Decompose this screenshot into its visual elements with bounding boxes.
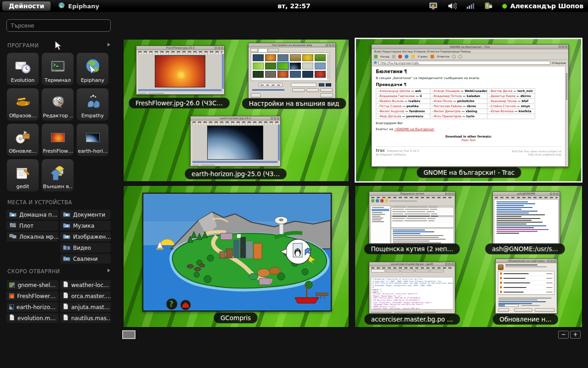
forward-icon[interactable] — [392, 55, 396, 58]
search-input[interactable] — [6, 19, 111, 32]
reload-icon[interactable] — [405, 55, 408, 58]
recent-item-nautilus-po[interactable]: nautilus.mas… — [60, 313, 111, 323]
window-title-gedit: accerciser.master.bg.po … — [364, 314, 460, 325]
recent-label: anjuta.mast… — [71, 304, 110, 310]
activities-button[interactable]: Дейности — [2, 1, 51, 11]
recent-item-orca-po[interactable]: orca.master.… — [60, 291, 111, 301]
team-link[interactable]: →GNOME на български! — [394, 127, 434, 131]
appearance-window-thumbnail[interactable]: Настройки на външния вид — [248, 43, 336, 99]
gedit-content: # Bulgarian translation of accerciser po… — [371, 277, 453, 310]
trac-heading-bulletins: Бюлетини ¶ — [376, 69, 561, 74]
app-label: Epiphany — [81, 77, 104, 83]
trac-page-content: Бюлетини ¶ В секция „Бюлетини“ са период… — [372, 67, 565, 166]
place-desktop[interactable]: Плот — [6, 221, 58, 230]
place-label: Документи — [73, 212, 105, 218]
image-thumbnail-icon — [9, 282, 15, 288]
terminal-window-thumbnail[interactable]: ash@GNOME — [492, 191, 560, 245]
place-label: Локална мр… — [19, 234, 58, 240]
back-label: Назад — [380, 55, 389, 58]
recent-expand-icon[interactable] — [107, 269, 110, 272]
evolution-window-thumbnail[interactable]: Пощенска кутия — [369, 191, 455, 245]
back-icon[interactable] — [374, 55, 378, 58]
epiphany-globe-icon — [57, 1, 66, 11]
recent-label: orca.master.… — [71, 293, 111, 299]
stop-icon[interactable] — [398, 55, 402, 58]
recent-item-freshflower[interactable]: FreshFlower… — [6, 291, 58, 301]
app-tile-terminal[interactable]: Терминал — [41, 52, 74, 86]
app-label: gedit — [16, 184, 29, 190]
app-tile-gedit[interactable]: gedit — [6, 159, 39, 192]
epiphany-trac-window-thumbnail[interactable]: GNOME на български! - Trac Файл Редактир… — [371, 44, 569, 167]
user-status-icon — [502, 4, 507, 9]
zoom-out-icon[interactable] — [458, 55, 462, 58]
app-tile-evolution[interactable]: Evolution — [6, 52, 39, 86]
terminal-content — [494, 199, 559, 244]
remove-workspace-button[interactable]: − — [558, 331, 569, 339]
app-tile-freshflower[interactable]: FreshFlow… — [41, 123, 74, 156]
terminal-icon — [49, 57, 67, 77]
gimp-freshflower-window-thumbnail[interactable]: FreshFlower.jpg-26.0 — [136, 46, 225, 95]
place-downloads[interactable]: Свалени — [60, 254, 111, 264]
places-column-2: Документи Музика Изображен… Видео — [60, 210, 111, 264]
app-tile-earth-horizon[interactable]: earth-hori… — [76, 123, 109, 156]
window-title-appearance: Настройки на външния вид — [242, 98, 346, 109]
app-tile-gimp[interactable]: Редактор … — [41, 88, 74, 121]
display-icon[interactable] — [429, 2, 439, 10]
go-button[interactable]: Отваряне — [552, 61, 566, 64]
app-tile-gcompris[interactable]: Образов… — [6, 88, 39, 121]
programs-expand-icon[interactable] — [107, 43, 110, 46]
app-menu[interactable]: Epiphany — [57, 1, 99, 11]
top-bar: Дейности Epiphany вт, 22:57 — [0, 0, 588, 12]
recent-item-weather-locations[interactable]: weather-loc… — [60, 280, 111, 290]
recent-item-gnome-shell[interactable]: gnome-shel… — [6, 280, 58, 290]
place-music[interactable]: Музика — [60, 221, 111, 230]
gcompris-window-thumbnail[interactable]: ? — [142, 193, 332, 311]
pictures-folder-icon — [63, 233, 70, 241]
software-update-icon — [14, 127, 32, 148]
bookmarks-icon[interactable] — [430, 55, 434, 58]
text-document-icon — [63, 281, 68, 289]
app-label: earth-hori… — [78, 148, 107, 154]
app-label: Редактор … — [43, 113, 73, 119]
battery-icon[interactable] — [484, 2, 494, 10]
place-local-network[interactable]: Локална мр… — [6, 232, 58, 242]
home-label: У дома — [418, 55, 428, 58]
user-name: Александър Шопов — [510, 2, 583, 10]
volume-icon[interactable] — [447, 2, 457, 10]
recent-item-evolution-po[interactable]: evolution.m… — [6, 313, 58, 323]
places-column-1: Домашна п… Плот Локална мр… — [6, 210, 58, 242]
home-icon[interactable] — [411, 55, 415, 58]
place-label: Музика — [73, 223, 94, 229]
app-tile-appearance[interactable]: Външен в… — [41, 159, 74, 192]
gimp-earth-window-thumbnail[interactable]: earth-horizon.jpg-25.0 — [190, 116, 281, 167]
workspace-indicator[interactable] — [122, 330, 136, 339]
app-tile-empathy[interactable]: Empathy — [76, 88, 109, 121]
app-label: Терминал — [45, 77, 71, 83]
recent-item-earth-horizon[interactable]: earth-horizo… — [6, 302, 58, 312]
favorite-apps-grid: Evolution Терминал — [6, 52, 113, 192]
place-home[interactable]: Домашна п… — [6, 210, 58, 219]
url-bar[interactable]: http://fsa-bg.org/project/gtp — [379, 61, 550, 65]
place-videos[interactable]: Видео — [60, 243, 111, 253]
page-scrollbar[interactable] — [565, 67, 568, 166]
wallpaper-grid[interactable] — [251, 52, 330, 81]
place-documents[interactable]: Документи — [60, 210, 111, 219]
gedit-window-thumbnail[interactable]: accerciser.master.bg.po - gedit # Bulgar… — [369, 262, 455, 314]
app-label: FreshFlow… — [43, 148, 73, 154]
network-signal-icon[interactable] — [465, 2, 475, 10]
recent-item-anjuta-po[interactable]: anjuta.mast… — [60, 302, 111, 312]
place-pictures[interactable]: Изображен… — [60, 232, 111, 242]
place-label: Свалени — [73, 256, 98, 262]
epiphany-menubar: Файл Редактиране Изглед Отиване Отметки … — [372, 49, 568, 53]
add-workspace-button[interactable]: + — [570, 331, 581, 339]
gimp-icon — [49, 92, 67, 112]
updates-window-thumbnail[interactable]: Обновления на софтуера — [495, 259, 557, 314]
videos-folder-icon — [63, 244, 70, 252]
updates-list[interactable] — [498, 271, 554, 295]
overview-sidebar: ПРОГРАМИ Evolution — [0, 12, 118, 368]
user-menu[interactable]: Александър Шопов — [502, 2, 583, 10]
plain-text-link[interactable]: Plain Text — [376, 138, 561, 142]
app-tile-software-update[interactable]: Обновле… — [6, 123, 39, 156]
app-tile-epiphany[interactable]: Epiphany — [76, 52, 109, 86]
zoom-in-icon[interactable] — [452, 55, 456, 58]
